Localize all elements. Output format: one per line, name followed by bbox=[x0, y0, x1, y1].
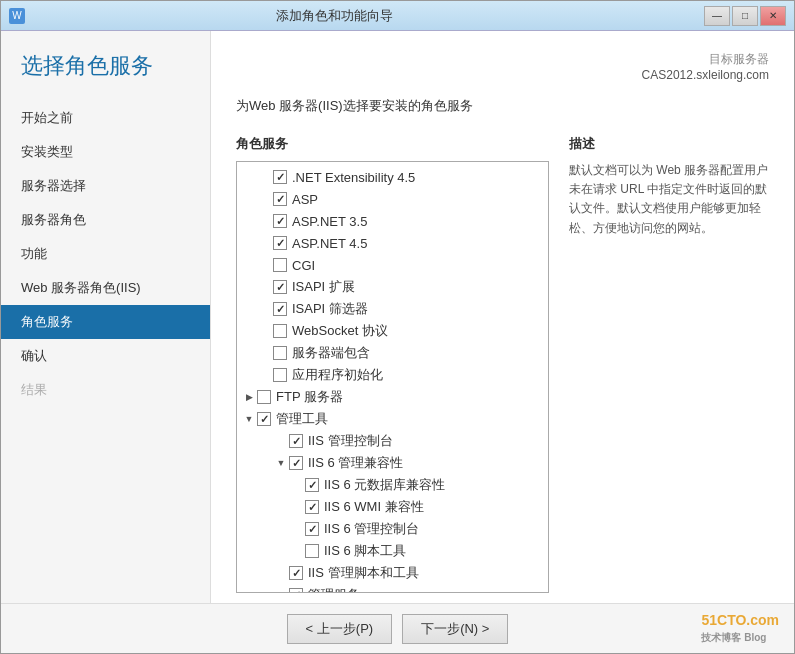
page-title-area: 选择角色服务 bbox=[1, 51, 210, 101]
description-header: 描述 bbox=[569, 130, 769, 158]
list-item[interactable]: ASP bbox=[237, 188, 548, 210]
role-list-section: 角色服务 .NET Extensibility 4.5 ASP bbox=[236, 130, 549, 593]
checkbox-cgi[interactable] bbox=[273, 258, 287, 272]
expander-icon bbox=[257, 169, 273, 185]
minimize-button[interactable]: — bbox=[704, 6, 730, 26]
list-item[interactable]: 应用程序初始化 bbox=[237, 364, 548, 386]
checkbox-aspnet45[interactable] bbox=[273, 236, 287, 250]
expander-icon bbox=[257, 345, 273, 361]
expander-icon bbox=[257, 301, 273, 317]
checkbox-iis6-meta[interactable] bbox=[305, 478, 319, 492]
nav-item-server-select[interactable]: 服务器选择 bbox=[1, 169, 210, 203]
expander-icon bbox=[289, 499, 305, 515]
list-item[interactable]: 服务器端包含 bbox=[237, 342, 548, 364]
checkbox-mgmt[interactable] bbox=[257, 412, 271, 426]
bottom-bar: < 上一步(P) 下一步(N) > 51CTO.com 技术博客 Blog bbox=[1, 603, 794, 653]
checkbox-iis6-sc[interactable] bbox=[305, 522, 319, 536]
list-item[interactable]: 管理服务 bbox=[237, 584, 548, 593]
nav-item-start[interactable]: 开始之前 bbox=[1, 101, 210, 135]
nav-item-results: 结果 bbox=[1, 373, 210, 407]
checkbox-isapi-ext[interactable] bbox=[273, 280, 287, 294]
right-panel: 目标服务器 CAS2012.sxleilong.com 为Web 服务器(IIS… bbox=[211, 31, 794, 603]
nav-item-install-type[interactable]: 安装类型 bbox=[1, 135, 210, 169]
main-content: 选择角色服务 开始之前 安装类型 服务器选择 服务器角色 功能 Web 服务器角… bbox=[1, 31, 794, 603]
content-area: 角色服务 .NET Extensibility 4.5 ASP bbox=[236, 130, 769, 593]
nav-item-confirm[interactable]: 确认 bbox=[1, 339, 210, 373]
mgmt-expander-icon[interactable] bbox=[241, 411, 257, 427]
expander-icon bbox=[257, 279, 273, 295]
sidebar: 选择角色服务 开始之前 安装类型 服务器选择 服务器角色 功能 Web 服务器角… bbox=[1, 31, 211, 603]
server-info: 目标服务器 CAS2012.sxleilong.com bbox=[236, 51, 769, 82]
checkbox-aspnet35[interactable] bbox=[273, 214, 287, 228]
list-item[interactable]: ISAPI 扩展 bbox=[237, 276, 548, 298]
nav-item-server-roles[interactable]: 服务器角色 bbox=[1, 203, 210, 237]
list-item[interactable]: .NET Extensibility 4.5 bbox=[237, 166, 548, 188]
nav-item-features[interactable]: 功能 bbox=[1, 237, 210, 271]
checkbox-iis6-wmi[interactable] bbox=[305, 500, 319, 514]
list-item[interactable]: ISAPI 筛选器 bbox=[237, 298, 548, 320]
role-list-container[interactable]: .NET Extensibility 4.5 ASP ASP.N bbox=[236, 161, 549, 593]
back-button[interactable]: < 上一步(P) bbox=[287, 614, 393, 644]
checkbox-app-init[interactable] bbox=[273, 368, 287, 382]
checkbox-net-ext[interactable] bbox=[273, 170, 287, 184]
expander-icon bbox=[257, 235, 273, 251]
list-item[interactable]: FTP 服务器 bbox=[237, 386, 548, 408]
main-window: W 添加角色和功能向导 — □ ✕ 选择角色服务 开始之前 安装类型 服务器选择 bbox=[0, 0, 795, 654]
checkbox-ftp[interactable] bbox=[257, 390, 271, 404]
app-icon: W bbox=[9, 8, 25, 24]
expander-icon bbox=[273, 587, 289, 593]
expander-icon bbox=[289, 543, 305, 559]
maximize-button[interactable]: □ bbox=[732, 6, 758, 26]
checkbox-isapi-filter[interactable] bbox=[273, 302, 287, 316]
expander-icon bbox=[257, 367, 273, 383]
expander-icon bbox=[257, 257, 273, 273]
expander-icon bbox=[257, 213, 273, 229]
page-title: 选择角色服务 bbox=[21, 51, 210, 81]
checkbox-iis-scripts-tools[interactable] bbox=[289, 566, 303, 580]
expander-icon bbox=[289, 521, 305, 537]
list-item[interactable]: IIS 6 管理兼容性 bbox=[237, 452, 548, 474]
window-title: 添加角色和功能向导 bbox=[25, 7, 644, 25]
nav-item-web-server[interactable]: Web 服务器角色(IIS) bbox=[1, 271, 210, 305]
ftp-expander-icon[interactable] bbox=[241, 389, 257, 405]
close-button[interactable]: ✕ bbox=[760, 6, 786, 26]
checkbox-iis6-scripts[interactable] bbox=[305, 544, 319, 558]
list-item[interactable]: IIS 6 管理控制台 bbox=[237, 518, 548, 540]
list-item[interactable]: WebSocket 协议 bbox=[237, 320, 548, 342]
title-bar: W 添加角色和功能向导 — □ ✕ bbox=[1, 1, 794, 31]
nav-item-role-services[interactable]: 角色服务 bbox=[1, 305, 210, 339]
list-item[interactable]: IIS 6 脚本工具 bbox=[237, 540, 548, 562]
description-section: 描述 默认文档可以为 Web 服务器配置用户未在请求 URL 中指定文件时返回的… bbox=[569, 130, 769, 593]
checkbox-server-side-inc[interactable] bbox=[273, 346, 287, 360]
checkbox-iis6-compat[interactable] bbox=[289, 456, 303, 470]
checkbox-asp[interactable] bbox=[273, 192, 287, 206]
expander-icon bbox=[273, 565, 289, 581]
list-item[interactable]: CGI bbox=[237, 254, 548, 276]
window-controls: — □ ✕ bbox=[704, 6, 786, 26]
checkbox-mgmt-service[interactable] bbox=[289, 588, 303, 593]
checkbox-iis-mgmt[interactable] bbox=[289, 434, 303, 448]
watermark: 51CTO.com 技术博客 Blog bbox=[701, 612, 779, 645]
expander-icon bbox=[273, 433, 289, 449]
list-item[interactable]: IIS 6 WMI 兼容性 bbox=[237, 496, 548, 518]
expander-icon bbox=[289, 477, 305, 493]
list-item[interactable]: IIS 管理脚本和工具 bbox=[237, 562, 548, 584]
iis6-compat-expander-icon[interactable] bbox=[273, 455, 289, 471]
expander-icon bbox=[257, 191, 273, 207]
list-item[interactable]: IIS 6 元数据库兼容性 bbox=[237, 474, 548, 496]
checkbox-websocket[interactable] bbox=[273, 324, 287, 338]
instruction-text: 为Web 服务器(IIS)选择要安装的角色服务 bbox=[236, 97, 769, 115]
list-item[interactable]: ASP.NET 4.5 bbox=[237, 232, 548, 254]
next-button[interactable]: 下一步(N) > bbox=[402, 614, 508, 644]
list-item[interactable]: ASP.NET 3.5 bbox=[237, 210, 548, 232]
list-item[interactable]: IIS 管理控制台 bbox=[237, 430, 548, 452]
list-item[interactable]: 管理工具 bbox=[237, 408, 548, 430]
expander-icon bbox=[257, 323, 273, 339]
title-bar-left: W bbox=[9, 8, 25, 24]
description-text: 默认文档可以为 Web 服务器配置用户未在请求 URL 中指定文件时返回的默认文… bbox=[569, 161, 769, 238]
role-services-header: 角色服务 bbox=[236, 130, 549, 158]
